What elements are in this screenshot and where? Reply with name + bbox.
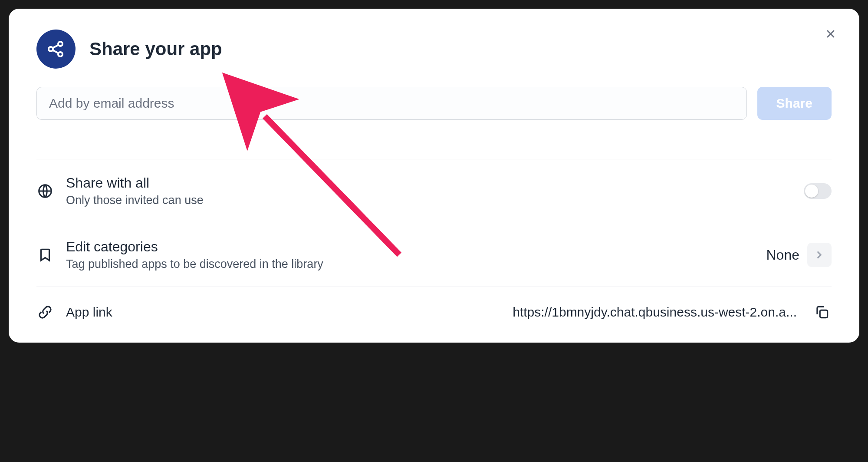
svg-point-0	[49, 47, 53, 51]
toggle-knob	[805, 185, 818, 198]
categories-right: None	[766, 243, 832, 267]
share-with-all-title: Share with all	[66, 175, 792, 191]
edit-categories-title: Edit categories	[66, 239, 754, 255]
edit-categories-subtitle: Tag published apps to be discovered in t…	[66, 257, 754, 271]
chevron-right-icon	[814, 249, 825, 261]
share-with-all-row: Share with all Only those invited can us…	[36, 159, 832, 223]
email-share-row: Share	[36, 87, 832, 120]
modal-header: Share your app	[36, 30, 832, 69]
app-link-url: https://1bmnyjdy.chat.qbusiness.us-west-…	[125, 305, 800, 320]
share-with-all-toggle[interactable]	[804, 183, 832, 199]
link-icon	[36, 304, 54, 321]
share-app-modal: Share your app Share Share with all Only…	[9, 9, 859, 343]
svg-point-2	[58, 52, 62, 56]
share-button[interactable]: Share	[757, 87, 832, 120]
share-with-all-text: Share with all Only those invited can us…	[66, 175, 792, 207]
app-link-row: App link https://1bmnyjdy.chat.qbusiness…	[36, 287, 832, 322]
svg-rect-4	[820, 310, 827, 317]
edit-categories-text: Edit categories Tag published apps to be…	[66, 239, 754, 271]
globe-icon	[36, 182, 54, 200]
close-button[interactable]	[823, 26, 838, 42]
share-icon-badge	[36, 30, 76, 69]
copy-link-button[interactable]	[812, 303, 832, 322]
share-icon	[46, 39, 66, 59]
copy-icon	[814, 304, 830, 320]
share-with-all-subtitle: Only those invited can use	[66, 194, 792, 207]
email-input[interactable]	[36, 87, 747, 120]
modal-title: Share your app	[89, 39, 222, 59]
app-link-label: App link	[66, 305, 112, 320]
categories-value: None	[766, 247, 800, 263]
svg-point-1	[58, 42, 62, 46]
close-icon	[825, 28, 837, 40]
categories-chevron-button[interactable]	[807, 243, 832, 267]
edit-categories-row[interactable]: Edit categories Tag published apps to be…	[36, 223, 832, 287]
bookmark-icon	[36, 246, 54, 264]
